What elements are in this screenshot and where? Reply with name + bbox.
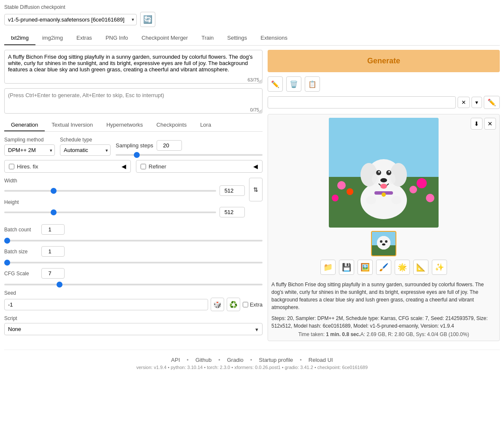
time-label: Time taken: (298, 331, 325, 337)
seed-section: Seed 🎲 ♻️ Extra (4, 290, 263, 311)
subtab-generation[interactable]: Generation (4, 119, 45, 131)
svg-point-13 (386, 170, 391, 175)
checkpoint-select[interactable]: v1-5-pruned-emaonly.safetensors [6ce0161… (4, 14, 137, 25)
close-image-button[interactable]: ✕ (484, 118, 496, 130)
prompt-textarea[interactable]: A fluffy Bichon Frise dog sitting playfu… (4, 50, 263, 84)
image-info-description: A fluffy Bichon Frise dog sitting playfu… (271, 279, 496, 313)
save-button[interactable]: 💾 (339, 260, 354, 275)
footer-github-link[interactable]: Github (195, 357, 211, 363)
batch-size-label: Batch size (4, 249, 38, 255)
magic-icon: ✨ (435, 263, 444, 272)
hires-collapse-button[interactable]: ◀ (122, 163, 126, 170)
svg-point-21 (389, 174, 396, 184)
tab-checkpoint-merger[interactable]: Checkpoint Merger (135, 31, 195, 45)
height-input[interactable] (219, 207, 245, 217)
styles-input[interactable] (268, 96, 456, 109)
download-icon: ⬇ (474, 120, 479, 127)
tab-img2img[interactable]: img2img (35, 31, 70, 45)
seed-label: Seed (4, 290, 263, 296)
extra-checkbox-input[interactable] (243, 302, 248, 307)
svg-point-19 (382, 193, 386, 197)
swap-icon: ⇅ (253, 186, 258, 193)
prompt-token-count: 63/75 (247, 77, 259, 82)
batch-size-slider[interactable] (4, 262, 263, 263)
tab-txt2img[interactable]: txt2img (4, 31, 35, 45)
action-buttons-row: ✏️ 🗑️ 📋 (268, 76, 500, 92)
recycle-icon: ♻️ (229, 301, 238, 309)
time-taken-label: Time taken: 1 min. 0.8 sec. (298, 331, 360, 337)
subtabs: Generation Textual Inversion Hypernetwor… (4, 119, 263, 132)
clipboard-icon: 📋 (308, 80, 317, 88)
negative-prompt-textarea[interactable] (4, 88, 263, 114)
tab-extras[interactable]: Extras (70, 31, 99, 45)
batch-size-input[interactable] (41, 246, 65, 257)
subtab-hypernetworks[interactable]: Hypernetworks (100, 119, 150, 131)
image-toolbar: ⬇ ✕ (471, 118, 496, 130)
subtab-checkpoints[interactable]: Checkpoints (150, 119, 194, 131)
magic-button[interactable]: ✨ (432, 260, 447, 275)
close-icon: ✕ (488, 120, 493, 127)
dice-icon: 🎲 (213, 301, 222, 309)
batch-count-row: Batch count (4, 224, 263, 243)
tab-png-info[interactable]: PNG Info (99, 31, 135, 45)
styles-edit-button[interactable]: ✏️ (484, 96, 500, 109)
seed-dice-button[interactable]: 🎲 (211, 298, 224, 311)
svg-point-7 (332, 195, 339, 201)
trash-button[interactable]: 🗑️ (286, 76, 301, 92)
height-slider[interactable] (4, 212, 216, 213)
cfg-scale-input[interactable] (41, 268, 65, 279)
hires-fix-input[interactable] (9, 164, 14, 169)
send-to-img2img-button[interactable]: 🖼️ (358, 260, 373, 275)
extra-checkbox[interactable]: Extra (243, 301, 263, 308)
cfg-scale-slider[interactable] (4, 284, 263, 285)
footer-reload-ui-link[interactable]: Reload UI (309, 357, 333, 363)
generate-button[interactable]: Generate (268, 50, 500, 72)
tab-settings[interactable]: Settings (220, 31, 254, 45)
svg-point-14 (378, 171, 380, 173)
script-section: Script None (4, 315, 263, 335)
schedule-type-select[interactable]: Automatic (60, 144, 111, 156)
subtab-lora[interactable]: Lora (193, 119, 218, 131)
sampling-method-select[interactable]: DPM++ 2M (4, 144, 55, 156)
width-input[interactable] (219, 185, 245, 196)
download-image-button[interactable]: ⬇ (471, 118, 482, 130)
svg-point-4 (409, 186, 417, 193)
seed-input[interactable] (4, 299, 208, 310)
styles-clear-button[interactable]: ✕ (458, 97, 470, 108)
refiner-checkbox[interactable]: Refiner ◀ (136, 160, 263, 173)
hires-fix-checkbox[interactable]: Hires. fix ◀ (4, 160, 131, 173)
width-slider[interactable] (4, 190, 216, 192)
svg-point-23 (391, 196, 401, 204)
refresh-checkpoint-button[interactable]: 🔄 (140, 12, 155, 27)
extra-label: Extra (250, 301, 263, 308)
extras-button[interactable]: 📐 (413, 260, 428, 275)
styles-dropdown-button[interactable]: ▾ (471, 97, 482, 108)
refiner-collapse-button[interactable]: ◀ (253, 163, 258, 170)
svg-point-28 (380, 240, 382, 243)
bottom-actions: 📁 💾 🖼️ 🖌️ 🌟 📐 (320, 260, 447, 275)
open-folder-button[interactable]: 📁 (320, 260, 336, 275)
svg-point-12 (376, 170, 381, 175)
thumbnail-0[interactable] (371, 231, 396, 256)
tab-extensions[interactable]: Extensions (254, 31, 294, 45)
edit-prompt-button[interactable]: ✏️ (268, 76, 283, 92)
send-to-inpaint-button[interactable]: 🖌️ (376, 260, 391, 275)
sampling-steps-input[interactable] (157, 140, 182, 151)
script-select[interactable]: None (4, 323, 263, 335)
hires-fix-label: Hires. fix (17, 163, 38, 170)
footer-startup-profile-link[interactable]: Startup profile (259, 357, 293, 363)
subtab-textual-inversion[interactable]: Textual Inversion (45, 119, 100, 131)
extra-networks-button[interactable]: 🌟 (395, 260, 410, 275)
refiner-input[interactable] (141, 164, 146, 169)
tab-train[interactable]: Train (195, 31, 220, 45)
batch-count-slider[interactable] (4, 240, 263, 241)
svg-point-20 (372, 174, 379, 184)
seed-recycle-button[interactable]: ♻️ (227, 298, 240, 311)
batch-count-input[interactable] (41, 224, 65, 235)
footer-api-link[interactable]: API (171, 357, 180, 363)
extras-icon: 📐 (416, 263, 425, 272)
clipboard-button[interactable]: 📋 (305, 76, 320, 92)
swap-dimensions-button[interactable]: ⇅ (249, 178, 263, 201)
footer-gradio-link[interactable]: Gradio (227, 357, 244, 363)
sampling-steps-slider[interactable] (116, 154, 263, 156)
